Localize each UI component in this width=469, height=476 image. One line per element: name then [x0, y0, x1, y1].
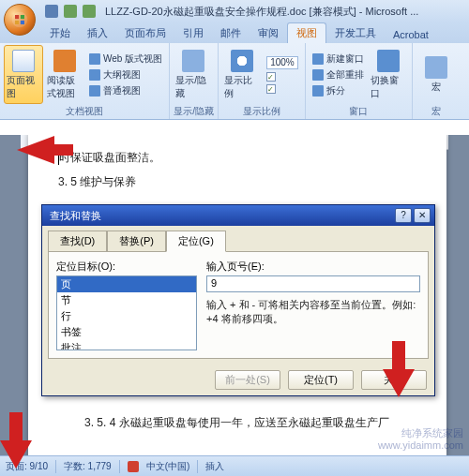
status-bar: 页面: 9/10 字数: 1,779 中文(中国) 插入: [0, 455, 469, 476]
new-window-icon: [312, 53, 324, 65]
tab-acrobat[interactable]: Acrobat: [385, 26, 437, 43]
switch-window-button[interactable]: 切换窗口: [369, 45, 408, 104]
check-icon: [266, 84, 276, 94]
svg-rect-1: [15, 15, 19, 19]
reading-view-icon: [53, 50, 76, 72]
tab-insert[interactable]: 插入: [79, 23, 116, 43]
reading-view-button[interactable]: 阅读版式视图: [45, 45, 84, 104]
doc-line-1-text: 时保证吸盘面整洁。: [59, 151, 160, 164]
group-zoom: 显示比例 100% 显示比例: [219, 43, 306, 119]
page-view-icon: [12, 50, 35, 72]
dialog-tab-goto[interactable]: 定位(G): [166, 231, 226, 252]
outline-label: 大纲视图: [103, 68, 141, 82]
arrange-icon: [312, 69, 324, 81]
goto-button[interactable]: 定位(T): [288, 370, 354, 390]
tab-review[interactable]: 审阅: [250, 23, 287, 43]
web-layout-button[interactable]: Web 版式视图: [86, 52, 165, 67]
dialog-tab-replace[interactable]: 替换(P): [107, 231, 166, 252]
goto-target-label: 定位目标(O):: [56, 260, 197, 274]
tab-references[interactable]: 引用: [174, 23, 212, 43]
annotation-arrow-2: [377, 341, 420, 397]
group-label-zoom: 显示比例: [222, 104, 301, 119]
list-item[interactable]: 书签: [57, 324, 196, 340]
list-item[interactable]: 行: [57, 308, 196, 324]
tab-mailings[interactable]: 邮件: [212, 23, 250, 43]
macros-button[interactable]: 宏: [416, 45, 456, 104]
status-language[interactable]: 中文(中国): [146, 460, 190, 473]
goto-target-listbox[interactable]: 页 节 行 书签 批注 脚注: [56, 275, 197, 350]
normal-icon: [89, 85, 100, 97]
tab-view[interactable]: 视图: [287, 22, 326, 43]
dialog-title-text: 查找和替换: [50, 209, 101, 223]
dialog-titlebar[interactable]: 查找和替换 ? ✕: [42, 205, 434, 226]
status-words[interactable]: 字数: 1,779: [64, 460, 112, 473]
svg-rect-2: [21, 15, 24, 19]
dialog-tab-find[interactable]: 查找(D): [48, 231, 107, 252]
list-item[interactable]: 页: [57, 276, 196, 292]
svg-marker-7: [0, 412, 32, 469]
doc-line-354: 3. 5. 4 永磁起重吸盘每使用一年，应送至永磁起重吸盘生产厂: [58, 412, 416, 434]
ribbon-tabs: 开始 插入 页面布局 引用 邮件 审阅 视图 开发工具 Acrobat: [0, 22, 469, 43]
tab-developer[interactable]: 开发工具: [326, 23, 385, 43]
new-window-button[interactable]: 新建窗口: [310, 52, 367, 67]
outline-icon: [89, 69, 100, 81]
arrange-label: 全部重排: [326, 68, 364, 82]
find-replace-dialog: 查找和替换 ? ✕ 查找(D) 替换(P) 定位(G) 定位目标(O): 页 节…: [41, 204, 435, 396]
zoom-button[interactable]: 显示比例: [222, 45, 262, 104]
switch-window-label: 切换窗口: [371, 74, 406, 100]
tab-layout[interactable]: 页面布局: [116, 23, 174, 43]
redo-icon[interactable]: [83, 5, 96, 18]
prev-button: 前一处(S): [215, 370, 280, 390]
zoom-check-2[interactable]: [264, 83, 301, 95]
split-label: 拆分: [326, 84, 345, 97]
svg-point-0: [12, 12, 28, 28]
save-icon[interactable]: [45, 5, 58, 18]
dialog-close-button[interactable]: ✕: [414, 208, 431, 223]
group-label-window: 窗口: [310, 104, 408, 119]
list-item[interactable]: 批注: [57, 340, 196, 350]
ribbon: 页面视图 阅读版式视图 Web 版式视图 大纲视图 普通视图 文档视图 显示/隐…: [0, 43, 469, 120]
show-hide-icon: [182, 50, 204, 72]
goto-hint: 输入 + 和 - 可将相关内容移至当前位置。例如: +4 将前移四项。: [206, 298, 420, 326]
group-label-macros: 宏: [416, 104, 456, 119]
dialog-footer: 前一处(S) 定位(T) 关闭: [42, 364, 434, 395]
svg-rect-3: [15, 21, 19, 24]
reading-view-label: 阅读版式视图: [47, 74, 83, 100]
goto-input[interactable]: 9: [206, 275, 420, 292]
dialog-body: 定位目标(O): 页 节 行 书签 批注 脚注 输入页号(E): 9 输入 + …: [48, 251, 429, 359]
page-view-button[interactable]: 页面视图: [4, 45, 43, 104]
doc-sec35: 3. 5 维护与保养: [58, 171, 416, 193]
zoom-value[interactable]: 100%: [266, 56, 298, 69]
dialog-tabs: 查找(D) 替换(P) 定位(G): [42, 226, 434, 251]
normal-view-button[interactable]: 普通视图: [86, 83, 165, 98]
list-item[interactable]: 节: [57, 292, 196, 308]
page-view-label: 页面视图: [7, 74, 40, 100]
annotation-arrow-1: [17, 131, 73, 169]
web-layout-icon: [89, 53, 100, 65]
group-show-hide: 显示/隐藏 显示/隐藏: [170, 43, 219, 119]
undo-icon[interactable]: [64, 5, 77, 18]
status-mode[interactable]: 插入: [205, 460, 224, 473]
show-hide-button[interactable]: 显示/隐藏: [174, 45, 213, 104]
office-button[interactable]: [4, 4, 36, 36]
group-document-views: 页面视图 阅读版式视图 Web 版式视图 大纲视图 普通视图 文档视图: [0, 43, 170, 119]
goto-input-label: 输入页号(E):: [206, 260, 420, 274]
language-icon: [128, 461, 139, 472]
group-macros: 宏 宏: [413, 43, 460, 119]
split-icon: [312, 85, 324, 97]
show-hide-label: 显示/隐藏: [175, 74, 211, 100]
new-window-label: 新建窗口: [326, 52, 364, 66]
outline-view-button[interactable]: 大纲视图: [86, 67, 165, 82]
zoom-icon: [231, 50, 253, 72]
window-title: LLZZ-GD-20永磁起重吸盘安全操作规程.doc [兼容模式] - Micr…: [105, 5, 418, 19]
separator: [119, 460, 120, 473]
dialog-help-button[interactable]: ?: [395, 208, 412, 223]
arrange-all-button[interactable]: 全部重排: [310, 67, 367, 82]
zoom-value-row: 100%: [264, 55, 301, 70]
tab-home[interactable]: 开始: [41, 23, 79, 43]
group-label-views: 文档视图: [4, 104, 165, 119]
split-button[interactable]: 拆分: [310, 83, 367, 98]
zoom-check-1[interactable]: [264, 71, 301, 82]
zoom-label: 显示比例: [224, 74, 260, 100]
svg-marker-6: [383, 341, 415, 397]
